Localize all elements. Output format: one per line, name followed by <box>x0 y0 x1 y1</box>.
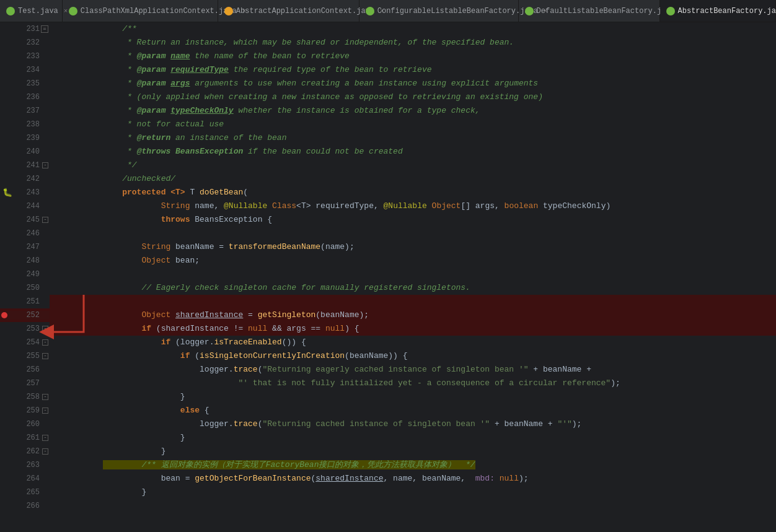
linenum-250: 250 <box>0 284 50 292</box>
tab-test[interactable]: Test.java × <box>0 0 63 22</box>
linenum-246: 246 <box>0 229 50 238</box>
linenum-260: 260 <box>0 420 50 429</box>
linenum-265: 265 <box>0 488 50 497</box>
linenum-240: 240 <box>0 147 50 156</box>
linenum-262: 262 - <box>0 447 50 456</box>
tab-configurable[interactable]: ConfigurableListableBeanFactory.java × <box>359 0 519 22</box>
linenum-241: 241 - <box>0 161 50 170</box>
editor-body: 231 = /** 232 * Return an instance, whic… <box>0 22 776 532</box>
linenum-256: 256 <box>0 365 50 374</box>
fold-marker-255[interactable]: - <box>42 353 48 359</box>
linenum-266: 266 <box>0 502 50 510</box>
tab-icon-defaultlistable <box>525 7 534 15</box>
linenum-259: 259 - <box>0 406 50 415</box>
linenum-251: 251 <box>0 297 50 306</box>
tab-abstract[interactable]: AbstractApplicationContext.java × <box>218 0 359 22</box>
linenum-245: 245 - <box>0 216 50 224</box>
linenum-253: 253 - <box>0 325 50 333</box>
fold-marker-253[interactable]: - <box>42 326 48 332</box>
linenum-231: 231 = <box>0 25 50 33</box>
fold-marker-259[interactable]: - <box>42 408 48 414</box>
linenum-244: 244 <box>0 202 50 211</box>
linenum-236: 236 <box>0 93 50 102</box>
code-lines: 231 = /** 232 * Return an instance, whic… <box>0 22 776 532</box>
debug-icon-243: 🐛 <box>2 188 12 198</box>
tab-label-classpathxml: ClassPathXmlApplicationContext.java <box>81 7 237 15</box>
fold-marker-262[interactable]: - <box>42 448 48 455</box>
linenum-263: 263 <box>0 461 50 469</box>
tab-label-abstract: AbstractApplicationContext.java <box>236 7 374 15</box>
linenum-238: 238 <box>0 120 50 129</box>
line-266: 266 <box>0 499 776 513</box>
linenum-243: 243 🐛 <box>0 188 50 197</box>
linenum-text-231: 231 <box>26 25 40 33</box>
fold-marker-258[interactable]: - <box>42 394 48 400</box>
tab-bar: Test.java × ClassPathXmlApplicationConte… <box>0 0 776 22</box>
tab-defaultlistable[interactable]: DefaultListableBeanFactory.java × <box>519 0 660 22</box>
tab-label-configurable: ConfigurableListableBeanFactory.java <box>377 7 538 15</box>
breakpoint-dot-252[interactable] <box>1 312 7 318</box>
tab-icon-configurable <box>366 7 374 15</box>
tab-label-defaultlistable: DefaultListableBeanFactory.java <box>537 7 675 15</box>
linenum-237: 237 <box>0 107 50 115</box>
linenum-233: 233 <box>0 52 50 61</box>
linenum-242: 242 <box>0 175 50 183</box>
linenum-234: 234 <box>0 66 50 74</box>
tab-classpathxml[interactable]: ClassPathXmlApplicationContext.java × <box>63 0 218 22</box>
fold-marker-241[interactable]: - <box>42 162 48 168</box>
tab-label-abstractbean: AbstractBeanFactory.java <box>678 7 776 15</box>
tab-label-test: Test.java <box>18 7 58 15</box>
fold-marker-254[interactable]: - <box>42 339 48 346</box>
linenum-257: 257 <box>0 379 50 388</box>
line-248: 248 Object bean; <box>0 254 776 268</box>
tab-icon-abstract <box>224 7 233 15</box>
linenum-254: 254 - <box>0 338 50 347</box>
tab-icon-abstractbean <box>666 7 675 15</box>
linenum-252: 252 <box>0 311 50 320</box>
linenum-249: 249 <box>0 270 50 279</box>
line-245: 245 - throws BeansException { <box>0 213 776 227</box>
tab-icon-test <box>6 7 15 15</box>
linenum-247: 247 <box>0 243 50 251</box>
tab-icon-classpathxml <box>69 7 77 15</box>
editor-root: Test.java × ClassPathXmlApplicationConte… <box>0 0 776 532</box>
format-marker-231[interactable]: = <box>41 25 48 33</box>
linenum-264: 264 <box>0 474 50 483</box>
fold-marker-261[interactable]: - <box>42 435 48 441</box>
linenum-232: 232 <box>0 38 50 47</box>
tab-abstractbean[interactable]: AbstractBeanFactory.java × <box>660 0 776 22</box>
linenum-258: 258 - <box>0 393 50 401</box>
linenum-248: 248 <box>0 256 50 265</box>
fold-marker-245[interactable]: - <box>42 217 48 223</box>
linenum-261: 261 - <box>0 434 50 442</box>
linenum-235: 235 <box>0 79 50 88</box>
line-265: 265 } <box>0 486 776 499</box>
linenum-239: 239 <box>0 134 50 142</box>
linenum-255: 255 - <box>0 352 50 360</box>
